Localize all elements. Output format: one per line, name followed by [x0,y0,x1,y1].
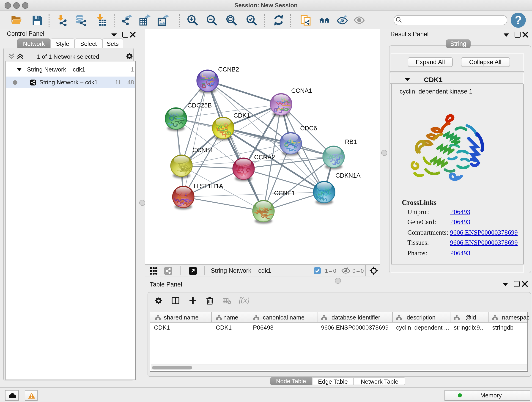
svg-text:CCNB1: CCNB1 [192,147,214,153]
svg-text:CDK1: CDK1 [234,112,250,119]
svg-text:HIST1H1A: HIST1H1A [194,183,223,190]
svg-text:CDC6: CDC6 [300,125,317,132]
svg-text:?: ? [515,14,522,26]
svg-text:CCNA1: CCNA1 [291,87,312,94]
svg-text:RB1: RB1 [345,138,357,145]
svg-text:CCNE1: CCNE1 [274,190,295,197]
svg-text:CDC25B: CDC25B [187,102,212,109]
svg-text:CDKN1A: CDKN1A [336,172,361,179]
svg-text:CCNA2: CCNA2 [254,154,275,161]
svg-text:CCNB2: CCNB2 [218,66,239,73]
